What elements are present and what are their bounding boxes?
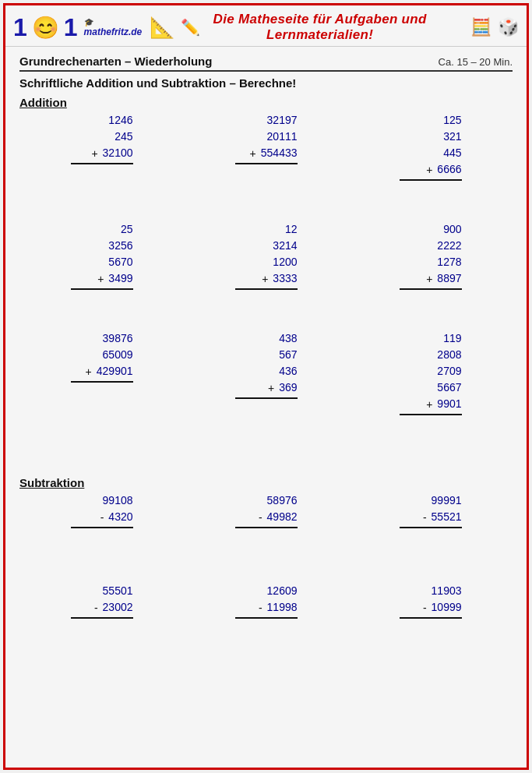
answer-space — [71, 622, 133, 637]
gap — [19, 569, 513, 583]
num: 1278 — [437, 254, 461, 270]
page-header: 1 😊 1 🎓 mathefritz.de 📐 ✏️ Die Matheseit… — [5, 5, 527, 47]
problem: 58976 - 49982 — [235, 492, 298, 547]
page-container: 1 😊 1 🎓 mathefritz.de 📐 ✏️ Die Matheseit… — [3, 3, 529, 770]
gap — [19, 316, 513, 330]
minus-sign: - — [94, 602, 98, 614]
addition-row-2: 25 3256 5670 + 3499 12 3214 1200 — [19, 221, 513, 309]
answer-line — [71, 163, 133, 164]
num: 567 — [279, 347, 297, 363]
add-r1-p2: 32197 20111 + 554433 — [184, 112, 348, 199]
subtraction-label: Subtraktion — [19, 476, 84, 489]
sub-r1-p1: 99108 - 4320 — [19, 492, 184, 547]
answer-line — [400, 527, 462, 528]
logo-hat: 🎓 — [84, 18, 143, 26]
gap — [19, 442, 513, 456]
num: 65009 — [103, 347, 133, 363]
answer-line — [235, 397, 298, 399]
answer-line — [235, 617, 298, 619]
add-r2-p1: 25 3256 5670 + 3499 — [19, 221, 184, 309]
num: 11998 — [267, 599, 298, 616]
sub-r2-p3: 11903 - 10999 — [348, 583, 513, 637]
num: 55521 — [432, 509, 462, 525]
header-icons: 🧮 🎲 — [470, 17, 519, 37]
calculator-icon: 🧮 — [470, 17, 491, 37]
problem: 25 3256 5670 + 3499 — [71, 221, 133, 309]
num: 438 — [279, 330, 297, 347]
addition-header: Addition — [19, 96, 513, 109]
worksheet-title-line: Grundrechenarten – Wiederholung Ca. 15 –… — [19, 55, 513, 72]
problem: 12609 - 11998 — [235, 583, 298, 637]
num: 3333 — [273, 270, 297, 287]
plus-sign: + — [426, 164, 432, 176]
answer-line — [235, 288, 298, 290]
num: 554433 — [261, 145, 298, 161]
num: 10999 — [432, 599, 462, 616]
worksheet-time: Ca. 15 – 20 Min. — [439, 56, 513, 68]
minus-sign: - — [423, 602, 427, 614]
num: 1246 — [108, 112, 132, 129]
num: 11903 — [432, 583, 462, 599]
subtraction-row-1: 99108 - 4320 58976 - 49982 — [19, 492, 513, 547]
answer-space — [235, 293, 298, 309]
num: 12 — [285, 221, 298, 238]
answer-line — [400, 288, 462, 290]
num: 321 — [443, 129, 461, 145]
add-r1-p1: 1246 245 + 32100 — [19, 112, 184, 199]
gap — [19, 555, 513, 569]
problem: 119 2808 2709 5667 + 9901 — [400, 330, 462, 434]
operator-row: + 6666 — [400, 161, 462, 178]
operator-row: - 23002 — [71, 599, 133, 616]
problem: 11903 - 10999 — [400, 583, 462, 637]
num: 39876 — [103, 330, 133, 347]
problem: 39876 65009 + 429901 — [71, 330, 133, 434]
num: 369 — [279, 379, 297, 396]
answer-space — [400, 622, 462, 637]
answer-line — [71, 527, 133, 528]
num: 445 — [443, 145, 461, 161]
num: 3499 — [108, 270, 132, 287]
num: 2808 — [437, 347, 461, 363]
problem: 1246 245 + 32100 — [71, 112, 133, 199]
add-r1-p3: 125 321 445 + 6666 — [348, 112, 513, 199]
addition-label: Addition — [19, 96, 67, 109]
addition-row-3: 39876 65009 + 429901 438 567 436 — [19, 330, 513, 434]
task-instruction: Schriftliche Addition und Subtraktion – … — [19, 76, 513, 90]
plus-sign: + — [86, 365, 92, 378]
answer-line — [71, 381, 133, 383]
num: 2222 — [437, 238, 461, 254]
logo-face: 😊 — [32, 15, 59, 41]
num: 5670 — [108, 254, 132, 270]
logo-numbers: 1 — [13, 15, 27, 40]
logo-name: mathefritz.de — [84, 26, 143, 37]
num: 3256 — [108, 238, 132, 254]
minus-sign: - — [423, 511, 427, 524]
operator-row: - 49982 — [235, 509, 298, 525]
sub-r1-p3: 99991 - 55521 — [348, 492, 513, 547]
answer-line — [235, 163, 298, 164]
num: 119 — [443, 330, 461, 347]
operator-row: + 8897 — [400, 270, 462, 287]
sub-r2-p2: 12609 - 11998 — [184, 583, 348, 637]
sub-r1-p2: 58976 - 49982 — [184, 492, 348, 547]
num: 900 — [443, 221, 461, 238]
num: 55501 — [103, 583, 133, 599]
operator-row: + 429901 — [71, 363, 133, 379]
worksheet-title: Grundrechenarten – Wiederholung — [19, 55, 212, 68]
problem: 32197 20111 + 554433 — [235, 112, 298, 199]
minus-sign: - — [259, 602, 262, 614]
operator-row: - 55521 — [400, 509, 462, 525]
num: 32100 — [103, 145, 133, 161]
operator-row: + 3499 — [71, 270, 133, 287]
answer-space — [400, 184, 462, 199]
plus-sign: + — [250, 147, 256, 160]
plus-sign: + — [426, 273, 432, 285]
add-r2-p3: 900 2222 1278 + 8897 — [348, 221, 513, 309]
problem: 55501 - 23002 — [71, 583, 133, 637]
num: 5667 — [437, 379, 461, 396]
operator-row: - 10999 — [400, 599, 462, 616]
num: 4320 — [108, 509, 132, 525]
problem: 900 2222 1278 + 8897 — [400, 221, 462, 309]
num: 245 — [115, 129, 132, 145]
num: 1200 — [273, 254, 297, 270]
